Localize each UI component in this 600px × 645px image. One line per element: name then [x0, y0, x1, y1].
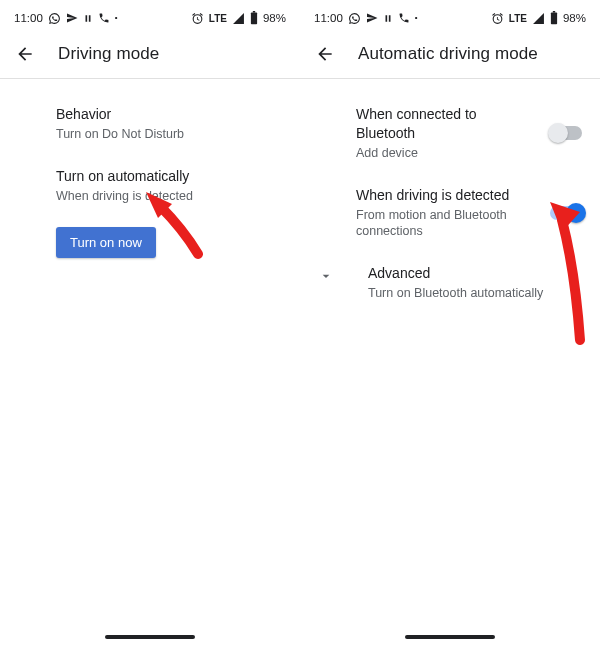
row-subtitle: Turn on Do Not Disturb — [56, 126, 282, 143]
row-subtitle: When driving is detected — [56, 188, 282, 205]
battery-label: 98% — [263, 12, 286, 24]
alarm-icon — [491, 12, 504, 25]
status-bar: 11:00 • LTE 98% — [0, 0, 300, 30]
network-label: LTE — [209, 13, 227, 24]
back-button[interactable] — [14, 43, 36, 65]
svg-rect-1 — [253, 11, 255, 13]
send-icon — [366, 12, 378, 24]
missed-call-icon — [398, 12, 410, 24]
battery-icon — [250, 11, 258, 25]
send-icon — [66, 12, 78, 24]
svg-rect-0 — [251, 13, 257, 25]
svg-rect-4 — [553, 11, 555, 13]
screen-title: Automatic driving mode — [358, 44, 538, 64]
chevron-down-icon — [318, 264, 344, 284]
dot-icon: • — [115, 14, 118, 22]
row-turn-on-automatically[interactable]: Turn on automatically When driving is de… — [0, 155, 300, 217]
settings-list: Behavior Turn on Do Not Disturb Turn on … — [0, 79, 300, 258]
battery-label: 98% — [563, 12, 586, 24]
row-title: Behavior — [56, 105, 282, 124]
app-bar: Driving mode — [0, 30, 300, 79]
row-advanced[interactable]: Advanced Turn on Bluetooth automatically — [300, 252, 600, 314]
missed-call-icon — [98, 12, 110, 24]
row-behavior[interactable]: Behavior Turn on Do Not Disturb — [0, 93, 300, 155]
row-subtitle: Add device — [356, 145, 538, 162]
signal-icon — [532, 12, 545, 25]
row-title: Turn on automatically — [56, 167, 282, 186]
bluetooth-toggle[interactable] — [550, 126, 582, 140]
screen-driving-mode: 11:00 • LTE 98% Driving mode — [0, 0, 300, 645]
status-bar: 11:00 • LTE 98% — [300, 0, 600, 30]
screen-automatic-driving-mode: 11:00 • LTE 98% Automatic driving mode — [300, 0, 600, 645]
gesture-bar[interactable] — [105, 635, 195, 639]
row-title: When driving is detected — [356, 186, 538, 205]
row-subtitle: From motion and Bluetooth connections — [356, 207, 538, 241]
app-bar: Automatic driving mode — [300, 30, 600, 79]
screen-title: Driving mode — [58, 44, 159, 64]
gesture-bar[interactable] — [405, 635, 495, 639]
turn-on-now-button[interactable]: Turn on now — [56, 227, 156, 258]
driving-detected-toggle[interactable] — [550, 206, 582, 220]
clock-text: 11:00 — [14, 12, 43, 24]
row-bluetooth[interactable]: When connected to Bluetooth Add device — [300, 93, 600, 174]
settings-list: When connected to Bluetooth Add device W… — [300, 79, 600, 314]
whatsapp-icon — [348, 12, 361, 25]
battery-icon — [550, 11, 558, 25]
signal-icon — [232, 12, 245, 25]
dot-icon: • — [415, 14, 418, 22]
row-driving-detected[interactable]: When driving is detected From motion and… — [300, 174, 600, 253]
network-label: LTE — [509, 13, 527, 24]
row-title: Advanced — [368, 264, 582, 283]
svg-rect-3 — [551, 13, 557, 25]
pause-icon — [83, 13, 93, 24]
row-title: When connected to Bluetooth — [356, 105, 538, 143]
whatsapp-icon — [48, 12, 61, 25]
row-subtitle: Turn on Bluetooth automatically — [368, 285, 582, 302]
back-button[interactable] — [314, 43, 336, 65]
pause-icon — [383, 13, 393, 24]
clock-text: 11:00 — [314, 12, 343, 24]
alarm-icon — [191, 12, 204, 25]
